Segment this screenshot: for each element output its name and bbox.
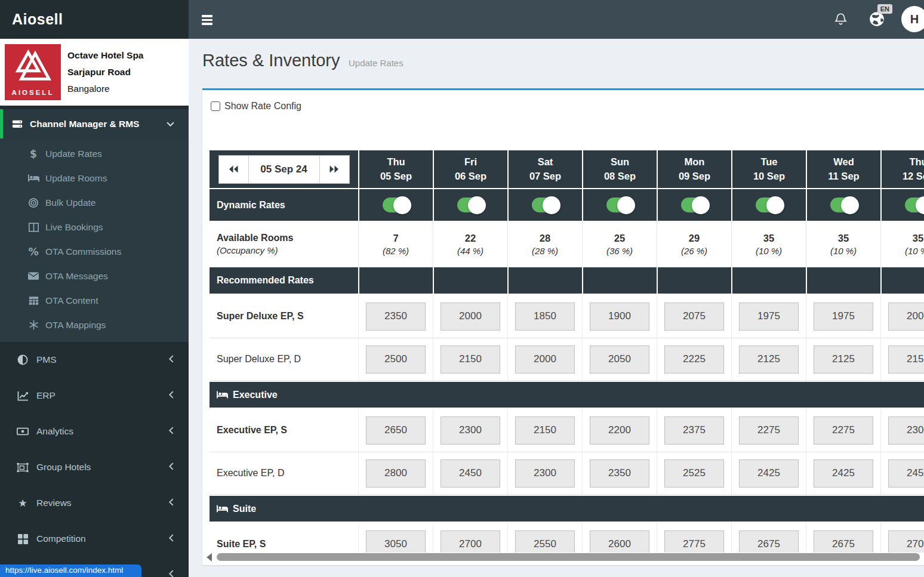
rate-input[interactable] — [664, 345, 724, 374]
rate-input[interactable] — [366, 459, 426, 487]
rate-cell — [358, 409, 433, 452]
dynamic-rate-toggle[interactable] — [756, 198, 783, 212]
rate-input[interactable] — [441, 303, 500, 331]
rate-input[interactable] — [814, 303, 873, 331]
main-menu: PMSERPAnalyticsGroup Hotels★ReviewsCompe… — [0, 342, 189, 577]
sidebar-item-reviews[interactable]: ★Reviews — [0, 485, 189, 521]
dynamic-rate-toggle[interactable] — [606, 198, 634, 212]
rate-input[interactable] — [590, 530, 649, 553]
hotel-name-line1: Octave Hotel Spa — [67, 47, 144, 64]
hotel-name-line2: Sarjapur Road — [67, 64, 144, 81]
bed-icon — [26, 174, 41, 182]
language-globe-icon[interactable]: EN — [869, 11, 885, 29]
rate-input[interactable] — [590, 459, 649, 487]
show-rate-config-label: Show Rate Config — [224, 101, 301, 112]
rate-input[interactable] — [739, 303, 799, 331]
rate-cell — [433, 409, 507, 452]
horizontal-scrollbar[interactable] — [207, 553, 920, 561]
rate-input[interactable] — [739, 345, 799, 374]
occupancy-value: (36 %) — [606, 246, 633, 256]
page-header: Rates & Inventory Update Rates — [202, 51, 404, 70]
availability-cell: 35(10 %) — [731, 221, 806, 267]
notifications-bell-icon[interactable] — [834, 13, 847, 28]
dynamic-rate-toggle[interactable] — [532, 198, 559, 212]
rate-input[interactable] — [664, 303, 724, 331]
rate-input[interactable] — [441, 530, 500, 553]
star-icon: ★ — [15, 497, 30, 509]
sidebar-item-bulk-update[interactable]: Bulk Update — [0, 190, 189, 215]
rate-input[interactable] — [888, 345, 924, 374]
rate-input[interactable] — [888, 530, 924, 553]
rate-input[interactable] — [664, 530, 724, 553]
rate-input[interactable] — [739, 459, 799, 487]
rate-cell — [582, 452, 657, 494]
rate-input[interactable] — [739, 416, 799, 445]
rate-input[interactable] — [664, 416, 724, 445]
rate-input[interactable] — [515, 303, 575, 331]
rate-input[interactable] — [515, 530, 575, 553]
hotel-info[interactable]: AIOSELL Octave Hotel Spa Sarjapur Road B… — [0, 39, 189, 106]
chevron-left-icon — [168, 354, 174, 365]
sidebar-item-ota-content[interactable]: OTA Content — [0, 288, 189, 313]
rate-input[interactable] — [888, 459, 924, 487]
rate-cell — [806, 295, 880, 338]
rate-input[interactable] — [590, 303, 649, 331]
rate-input[interactable] — [888, 416, 924, 445]
sidebar-item-update-rooms[interactable]: Update Rooms — [0, 166, 189, 190]
sidebar-item-live-bookings[interactable]: Live Bookings — [0, 215, 189, 239]
next-date-button[interactable] — [319, 156, 349, 183]
available-rooms-value: 35 — [763, 233, 774, 244]
sidebar-item-label: OTA Commissions — [45, 246, 121, 257]
rate-input[interactable] — [590, 345, 649, 374]
scrollbar-thumb[interactable] — [217, 553, 920, 561]
sidebar-item-analytics[interactable]: Analytics — [0, 414, 189, 449]
rate-input[interactable] — [366, 345, 426, 374]
rate-cell — [358, 295, 433, 338]
rate-cell — [880, 338, 924, 380]
dynamic-rate-toggle[interactable] — [830, 198, 858, 212]
sidebar-item-pms[interactable]: PMS — [0, 342, 189, 378]
rate-input[interactable] — [441, 459, 500, 487]
sidebar-item-erp[interactable]: ERP — [0, 378, 189, 414]
grid-icon — [15, 534, 30, 544]
dynamic-rate-toggle[interactable] — [681, 198, 709, 212]
sidebar-item-competition[interactable]: Competition — [0, 521, 189, 557]
rate-input[interactable] — [441, 416, 500, 445]
rate-input[interactable] — [814, 459, 873, 487]
rate-input[interactable] — [366, 530, 426, 553]
column-day: Tue — [760, 155, 777, 169]
show-rate-config-checkbox[interactable] — [211, 101, 220, 111]
sidebar-item-ota-mappings[interactable]: OTA Mappings — [0, 313, 189, 337]
sidebar-item-group-hotels[interactable]: Group Hotels — [0, 449, 189, 485]
rate-input[interactable] — [515, 416, 575, 445]
rate-cell — [806, 523, 880, 553]
dynamic-rate-toggle[interactable] — [457, 198, 485, 212]
rate-input[interactable] — [515, 345, 575, 374]
rate-input[interactable] — [814, 345, 873, 374]
brand-logo[interactable]: Aiosell — [0, 0, 189, 39]
column-date: 06 Sep — [455, 169, 486, 184]
rate-input[interactable] — [664, 459, 724, 487]
rate-input[interactable] — [366, 416, 426, 445]
rate-input[interactable] — [366, 303, 426, 331]
sidebar-toggle-icon[interactable] — [202, 15, 212, 25]
sidebar-item-update-rates[interactable]: $Update Rates — [0, 141, 189, 166]
dynamic-rate-toggle[interactable] — [383, 198, 410, 212]
rate-input[interactable] — [888, 303, 924, 331]
sidebar-item-channel-manager-rms[interactable]: Channel Manager & RMS — [0, 109, 189, 138]
sidebar-item-ota-commissions[interactable]: %OTA Commissions — [0, 239, 189, 264]
rate-input[interactable] — [814, 530, 873, 553]
rate-cell — [731, 409, 806, 452]
user-avatar[interactable]: H — [901, 6, 924, 32]
prev-date-button[interactable] — [219, 156, 249, 183]
rate-input[interactable] — [515, 459, 575, 487]
column-header-sat-07-sep: Sat07 Sep — [507, 150, 582, 188]
rate-input[interactable] — [814, 416, 873, 445]
sidebar-item-ota-messages[interactable]: OTA Messages — [0, 264, 189, 288]
dynamic-rate-toggle[interactable] — [905, 198, 924, 212]
rate-input[interactable] — [590, 416, 649, 445]
rate-input[interactable] — [739, 530, 799, 553]
rate-input[interactable] — [441, 345, 500, 374]
column-header-wed-11-sep: Wed11 Sep — [806, 150, 880, 188]
scroll-left-arrow-icon[interactable] — [207, 553, 212, 561]
